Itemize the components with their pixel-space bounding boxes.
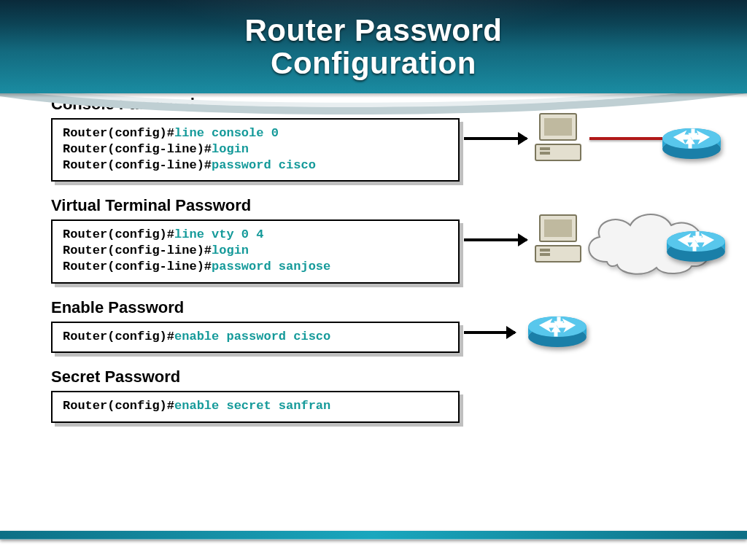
footer-accent-bar <box>0 531 747 540</box>
cmd: password cisco <box>212 158 316 172</box>
cmd: line vty 0 4 <box>174 228 263 241</box>
svg-rect-4 <box>540 152 550 155</box>
title-band: Router PasswordConfiguration <box>0 0 747 93</box>
cmd: login <box>212 244 249 257</box>
codebox-secret: Router(config)#enable secret sanfran <box>51 391 460 423</box>
prompt: Router(config-line)# <box>63 244 212 257</box>
svg-rect-1 <box>544 118 572 136</box>
section-vty: Virtual Terminal Password Router(config)… <box>51 196 732 283</box>
svg-rect-3 <box>540 147 550 150</box>
prompt: Router(config-line)# <box>63 142 212 156</box>
workstation-icon <box>534 111 591 163</box>
heading-enable: Enable Password <box>51 298 460 317</box>
router-icon <box>525 306 589 349</box>
codebox-console: Router(config)#line console 0 Router(con… <box>51 118 460 182</box>
cmd: password sanjose <box>212 260 330 273</box>
cmd: line console 0 <box>174 126 279 140</box>
arrow-icon <box>464 238 527 241</box>
svg-rect-10 <box>540 249 550 252</box>
slide-title: Router PasswordConfiguration <box>245 14 503 80</box>
cmd: enable secret sanfran <box>174 399 330 413</box>
arrow-icon <box>464 331 515 334</box>
prompt: Router(config)# <box>63 399 174 413</box>
prompt: Router(config)# <box>63 126 174 140</box>
codebox-enable: Router(config)#enable password cisco <box>51 322 460 354</box>
router-icon <box>659 118 724 160</box>
svg-rect-8 <box>544 219 572 237</box>
section-secret: Secret Password Router(config)#enable se… <box>51 368 732 423</box>
prompt: Router(config)# <box>63 330 174 343</box>
arrow-icon <box>464 137 527 140</box>
prompt: Router(config-line)# <box>63 158 212 172</box>
cmd: login <box>212 142 249 156</box>
diagram-secret <box>468 381 731 410</box>
heading-vty: Virtual Terminal Password <box>51 196 460 215</box>
diagram-enable <box>468 303 731 347</box>
svg-rect-11 <box>540 253 550 256</box>
section-console: Console Password Router(config)#line con… <box>51 95 732 182</box>
cmd: enable password cisco <box>174 330 330 343</box>
prompt: Router(config)# <box>63 228 174 241</box>
heading-secret: Secret Password <box>51 368 460 386</box>
diagram-vty <box>468 203 731 276</box>
router-icon <box>664 221 728 263</box>
title-line-1: Router PasswordConfiguration <box>245 13 503 80</box>
console-cable-icon <box>589 137 662 140</box>
section-enable: Enable Password Router(config)#enable pa… <box>51 298 732 354</box>
codebox-vty: Router(config)#line vty 0 4 Router(confi… <box>51 219 460 283</box>
diagram-console <box>468 102 731 175</box>
prompt: Router(config-line)# <box>63 260 212 273</box>
